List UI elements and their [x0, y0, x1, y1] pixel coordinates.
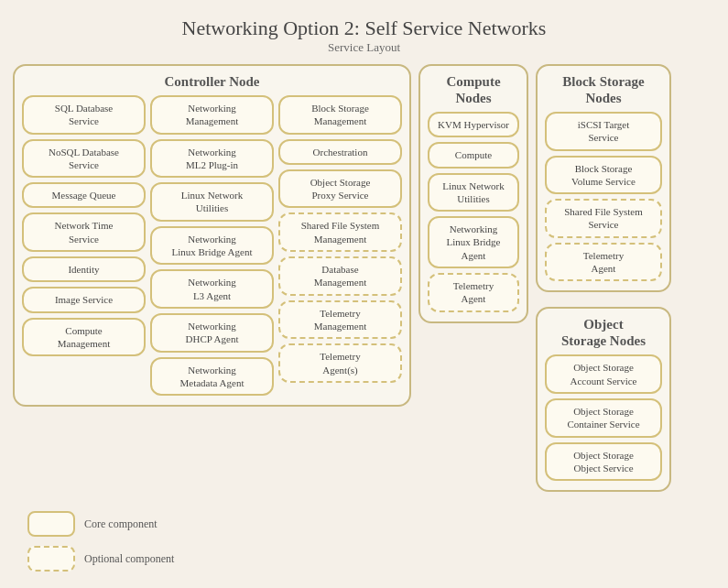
- block-storage-node: Block Storage Nodes iSCSI TargetService …: [536, 64, 671, 292]
- page-title: Networking Option 2: Self Service Networ…: [0, 0, 728, 40]
- list-item: Identity: [22, 256, 146, 282]
- list-item: NoSQL DatabaseService: [22, 139, 146, 179]
- controller-grid: SQL DatabaseService NoSQL DatabaseServic…: [22, 95, 402, 396]
- compute-node: Compute Nodes KVM Hypervisor Compute Lin…: [418, 64, 528, 323]
- list-item: NetworkingML2 Plug-in: [150, 139, 274, 179]
- legend-optional: Optional component: [27, 546, 174, 572]
- list-item: NetworkingL3 Agent: [150, 269, 274, 309]
- list-item: NetworkingMetadata Agent: [150, 357, 274, 397]
- list-item: SQL DatabaseService: [22, 95, 146, 135]
- object-storage-node: Object Storage Nodes Object StorageAccou…: [536, 307, 671, 492]
- list-item: TelemetryAgent(s): [278, 343, 402, 383]
- object-storage-node-title: Object Storage Nodes: [545, 316, 662, 349]
- page-subtitle: Service Layout: [0, 40, 728, 55]
- list-item: Message Queue: [22, 182, 146, 208]
- controller-col-3: Block StorageManagement Orchestration Ob…: [278, 95, 402, 396]
- legend-core-label: Core component: [84, 517, 158, 531]
- list-item: Shared File SystemManagement: [278, 212, 402, 252]
- list-item: NetworkingManagement: [150, 95, 274, 135]
- list-item: Block StorageManagement: [278, 95, 402, 135]
- list-item: Object StorageAccount Service: [545, 354, 662, 394]
- list-item: TelemetryAgent: [428, 273, 519, 312]
- list-item: Block StorageVolume Service: [545, 156, 662, 195]
- object-storage-grid: Object StorageAccount Service Object Sto…: [545, 354, 662, 481]
- list-item: Orchestration: [278, 139, 402, 165]
- list-item: iSCSI TargetService: [545, 112, 662, 151]
- list-item: Compute: [428, 142, 519, 168]
- list-item: ComputeManagement: [22, 318, 146, 357]
- legend-core: Core component: [27, 511, 174, 537]
- block-storage-grid: iSCSI TargetService Block StorageVolume …: [545, 112, 662, 281]
- list-item: KVM Hypervisor: [428, 112, 519, 137]
- list-item: TelemetryAgent: [545, 243, 662, 282]
- list-item: Shared File SystemService: [545, 199, 662, 238]
- list-item: NetworkingLinux Bridge Agent: [150, 226, 274, 266]
- compute-grid: KVM Hypervisor Compute Linux NetworkUtil…: [428, 112, 519, 312]
- list-item: DatabaseManagement: [278, 256, 402, 296]
- legend-optional-label: Optional component: [84, 552, 174, 566]
- block-storage-node-title: Block Storage Nodes: [545, 73, 662, 106]
- controller-node: Controller Node SQL DatabaseService NoSQ…: [13, 64, 411, 407]
- controller-col-1: SQL DatabaseService NoSQL DatabaseServic…: [22, 95, 146, 396]
- list-item: Object StorageContainer Service: [545, 398, 662, 438]
- controller-node-title: Controller Node: [22, 73, 402, 90]
- list-item: NetworkingLinux Bridge Agent: [428, 216, 519, 268]
- list-item: TelemetryManagement: [278, 300, 402, 340]
- list-item: Image Service: [22, 287, 146, 312]
- controller-col-2: NetworkingManagement NetworkingML2 Plug-…: [150, 95, 274, 396]
- right-storage-column: Block Storage Nodes iSCSI TargetService …: [536, 64, 671, 492]
- legend: Core component Optional component: [27, 511, 174, 572]
- list-item: Linux NetworkUtilities: [428, 173, 519, 212]
- list-item: Linux NetworkUtilities: [150, 182, 274, 222]
- list-item: Object StorageObject Service: [545, 442, 662, 482]
- list-item: Object StorageProxy Service: [278, 169, 402, 209]
- legend-optional-box: [27, 546, 75, 572]
- compute-node-title: Compute Nodes: [428, 73, 519, 106]
- list-item: NetworkingDHCP Agent: [150, 313, 274, 353]
- legend-core-box: [27, 511, 75, 537]
- list-item: Network TimeService: [22, 212, 146, 252]
